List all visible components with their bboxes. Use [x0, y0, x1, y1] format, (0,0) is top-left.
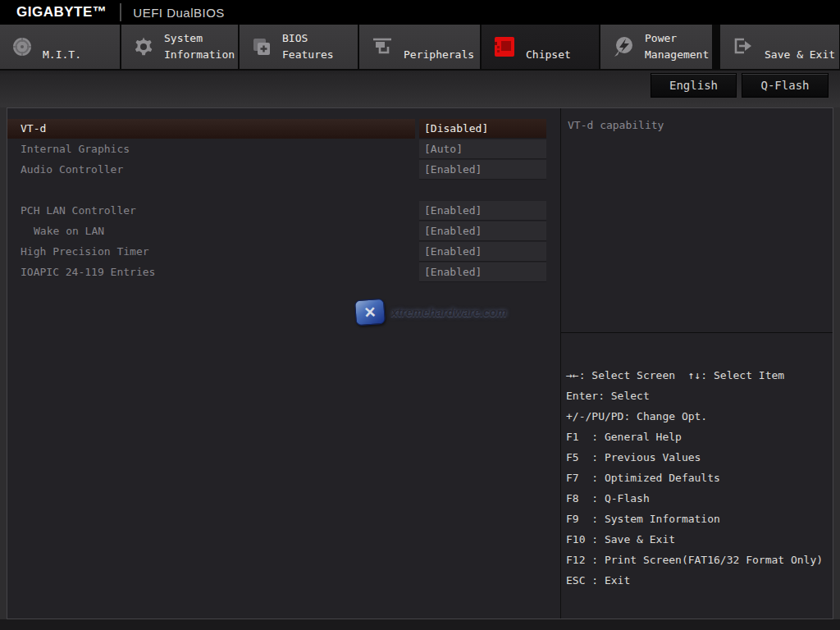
shortcut-f10: F10 : Save & Exit	[566, 529, 833, 550]
tab-peripherals[interactable]: Peripherals	[359, 25, 480, 69]
settings-pane: VT-d [Disabled] Internal Graphics [Auto]…	[7, 108, 560, 619]
setting-value[interactable]: [Auto]	[419, 139, 546, 159]
qflash-button[interactable]: Q-Flash	[742, 73, 829, 98]
mit-dial-icon	[11, 36, 33, 57]
tab-label: Chipset	[526, 47, 571, 69]
shortcut-esc: ESC : Exit	[566, 570, 833, 591]
shortcut-f12: F12 : Print Screen(FAT16/32 Format Only)	[566, 550, 833, 570]
chipset-icon	[493, 35, 516, 58]
help-description: VT-d capability	[561, 108, 833, 332]
setting-row-pch-lan[interactable]: PCH LAN Controller [Enabled]	[7, 201, 560, 221]
watermark-text: xtremehardware.com	[391, 306, 507, 319]
shortcut-f9: F9 : System Information	[566, 509, 833, 529]
shortcut-f1: F1 : General Help	[566, 427, 833, 447]
row-spacer	[7, 180, 560, 200]
setting-value[interactable]: [Enabled]	[419, 221, 546, 241]
bottom-strip	[0, 619, 840, 630]
setting-row-internal-graphics[interactable]: Internal Graphics [Auto]	[7, 139, 560, 159]
tab-bar: M.I.T. System Information BIOS Features	[0, 25, 840, 71]
setting-label: VT-d	[7, 119, 415, 139]
setting-value[interactable]: [Disabled]	[419, 119, 546, 139]
main-panel: VT-d [Disabled] Internal Graphics [Auto]…	[7, 107, 833, 619]
shortcut-change-opt: +/-/PU/PD: Change Opt.	[566, 406, 833, 427]
setting-row-wake-on-lan[interactable]: Wake on LAN [Enabled]	[7, 221, 560, 241]
page-title: UEFI DualBIOS	[133, 6, 225, 20]
shortcut-enter: Enter: Select	[566, 386, 833, 406]
tab-label: Peripherals	[404, 47, 474, 69]
peripherals-icon	[371, 35, 394, 58]
watermark: ✕ xtremehardware.com	[355, 299, 507, 325]
shortcut-f5: F5 : Previous Values	[566, 447, 833, 468]
gigabyte-logo: GIGABYTE™	[16, 4, 107, 21]
setting-value[interactable]: [Enabled]	[419, 160, 546, 180]
setting-value[interactable]: [Enabled]	[419, 262, 546, 282]
tab-power-management[interactable]: Power Management	[600, 25, 712, 69]
title-bar: GIGABYTE™ UEFI DualBIOS	[0, 0, 840, 25]
tab-label: Save & Exit	[765, 47, 835, 69]
setting-value[interactable]: [Enabled]	[419, 242, 546, 262]
help-pane: VT-d capability →←: Select Screen ↑↓: Se…	[560, 108, 833, 619]
title-separator	[120, 3, 121, 21]
power-bolt-icon	[612, 35, 635, 58]
tab-mit[interactable]: M.I.T.	[0, 25, 120, 69]
tab-label: System Information	[164, 30, 238, 69]
language-button[interactable]: English	[651, 73, 737, 98]
shortcut-f8: F8 : Q-Flash	[566, 488, 833, 509]
tab-bios-features[interactable]: BIOS Features	[240, 25, 358, 69]
setting-label: IOAPIC 24-119 Entries	[7, 262, 415, 282]
setting-label: Internal Graphics	[7, 139, 415, 159]
shortcut-legend: →←: Select Screen ↑↓: Select Item Enter:…	[561, 333, 833, 591]
tab-label: M.I.T.	[43, 47, 81, 69]
setting-row-hpet[interactable]: High Precision Timer [Enabled]	[7, 242, 560, 262]
bios-features-icon	[251, 36, 272, 57]
watermark-x-icon: ✕	[354, 299, 386, 326]
bios-screen: GIGABYTE™ UEFI DualBIOS M.I.T.	[0, 0, 840, 630]
tab-label: Power Management	[645, 30, 712, 69]
setting-label: Wake on LAN	[7, 221, 415, 241]
setting-label: Audio Controller	[7, 160, 415, 180]
setting-row-audio-controller[interactable]: Audio Controller [Enabled]	[7, 160, 560, 180]
tab-save-exit[interactable]: Save & Exit	[720, 25, 839, 69]
tab-label: BIOS Features	[282, 30, 358, 69]
setting-value[interactable]: [Enabled]	[419, 201, 546, 221]
shortcut-f7: F7 : Optimized Defaults	[566, 468, 833, 488]
setting-row-ioapic[interactable]: IOAPIC 24-119 Entries [Enabled]	[7, 262, 560, 282]
setting-label: PCH LAN Controller	[7, 201, 415, 221]
sub-header: English Q-Flash	[0, 71, 840, 107]
exit-door-icon	[732, 35, 755, 58]
tab-system-information[interactable]: System Information	[121, 25, 238, 69]
tab-chipset[interactable]: Chipset	[482, 25, 599, 69]
gear-icon	[133, 36, 154, 57]
shortcut-select-screen: →←: Select Screen ↑↓: Select Item	[566, 365, 833, 386]
setting-row-vtd[interactable]: VT-d [Disabled]	[7, 119, 560, 139]
setting-label: High Precision Timer	[7, 242, 415, 262]
